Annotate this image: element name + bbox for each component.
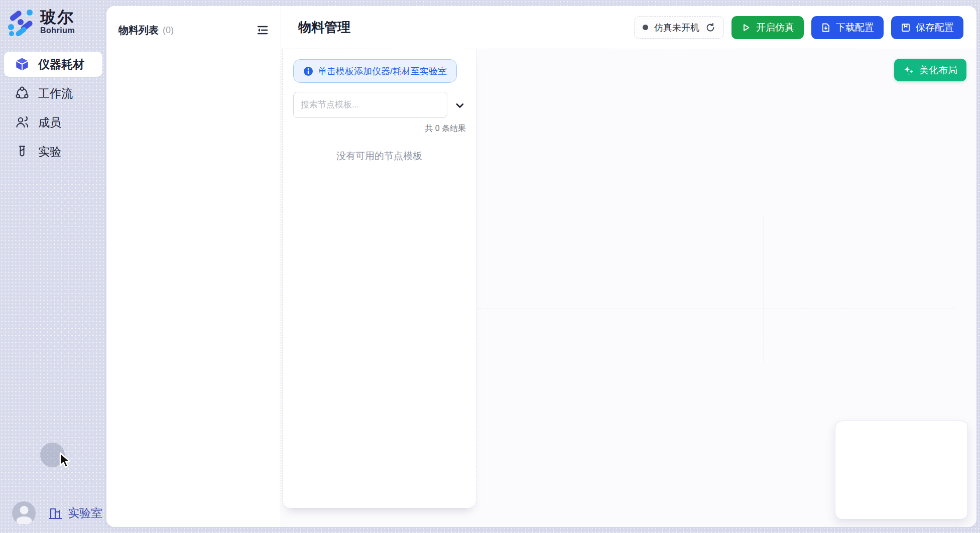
page-title: 物料管理 bbox=[298, 19, 350, 36]
material-list-count: (0) bbox=[163, 25, 174, 36]
experiment-icon bbox=[15, 145, 29, 159]
beautify-layout-button[interactable]: 美化布局 bbox=[894, 59, 966, 81]
page-header: 物料管理 仿真未开机 bbox=[281, 6, 976, 49]
sidebar-item-members[interactable]: 成员 bbox=[4, 110, 102, 135]
simulation-status-pill: 仿真未开机 bbox=[634, 16, 724, 39]
status-dot-icon bbox=[643, 25, 648, 30]
sidebar-item-label: 实验 bbox=[38, 144, 61, 160]
lab-link[interactable]: 实验室 bbox=[48, 505, 102, 521]
sidebar-item-label: 工作流 bbox=[38, 86, 73, 101]
workflow-icon bbox=[15, 86, 29, 100]
alignment-guide-horizontal bbox=[477, 309, 954, 309]
brand-name: 玻尔 bbox=[40, 9, 75, 26]
search-node-template-input[interactable] bbox=[293, 92, 447, 118]
header-actions: 仿真未开机 开启仿真 bbox=[634, 16, 963, 39]
simulation-status-text: 仿真未开机 bbox=[654, 22, 699, 34]
brand: 玻尔 Bohrium bbox=[0, 0, 106, 36]
material-list-title: 物料列表 bbox=[118, 24, 159, 37]
play-icon bbox=[741, 23, 751, 33]
save-icon bbox=[901, 23, 911, 33]
minimap-panel[interactable] bbox=[835, 421, 968, 519]
sidebar-item-experiments[interactable]: 实验 bbox=[4, 139, 102, 164]
alignment-guide-vertical bbox=[764, 215, 764, 361]
hint-text: 单击模板添加仪器/耗材至实验室 bbox=[318, 65, 447, 77]
lab-label: 实验室 bbox=[68, 505, 102, 521]
sidebar-item-label: 成员 bbox=[38, 115, 61, 130]
brand-subtitle: Bohrium bbox=[40, 26, 75, 35]
node-template-panel: 单击模板添加仪器/耗材至实验室 共 0 条结果 没有可用的节点模板 bbox=[282, 49, 476, 508]
bohrium-logo-icon bbox=[7, 8, 34, 36]
download-config-button[interactable]: 下载配置 bbox=[811, 16, 884, 39]
sidebar-item-workflow[interactable]: 工作流 bbox=[4, 81, 102, 106]
material-list-panel: 物料列表 (0) bbox=[106, 6, 281, 527]
refresh-status-button[interactable] bbox=[705, 23, 715, 33]
info-icon bbox=[303, 66, 313, 76]
search-row bbox=[293, 92, 466, 118]
save-config-button[interactable]: 保存配置 bbox=[891, 16, 963, 39]
sidebar-footer: 实验室 bbox=[0, 501, 106, 525]
start-simulation-button[interactable]: 开启仿真 bbox=[731, 16, 804, 39]
main-card: 物料列表 (0) 物料管理 仿真未开机 bbox=[106, 6, 976, 527]
material-list-header: 物料列表 (0) bbox=[106, 6, 281, 38]
sidebar-menu: 仪器耗材 工作流 成员 bbox=[0, 52, 106, 164]
hint-banner: 单击模板添加仪器/耗材至实验室 bbox=[293, 59, 457, 83]
chevron-down-icon[interactable] bbox=[453, 99, 466, 112]
building-icon bbox=[48, 506, 63, 521]
lab-canvas[interactable]: 单击模板添加仪器/耗材至实验室 共 0 条结果 没有可用的节点模板 bbox=[281, 49, 976, 527]
cube-icon bbox=[15, 57, 29, 71]
sidebar-item-instruments[interactable]: 仪器耗材 bbox=[4, 52, 102, 77]
sparkles-icon bbox=[903, 65, 914, 76]
results-count: 共 0 条结果 bbox=[425, 123, 466, 134]
main-area: 物料管理 仿真未开机 bbox=[281, 6, 976, 527]
user-avatar[interactable] bbox=[12, 501, 36, 525]
empty-templates-text: 没有可用的节点模板 bbox=[283, 150, 476, 163]
download-file-icon bbox=[821, 23, 831, 33]
collapse-panel-button[interactable] bbox=[255, 22, 271, 38]
sidebar-item-label: 仪器耗材 bbox=[38, 57, 84, 72]
members-icon bbox=[15, 115, 29, 129]
mouse-cursor bbox=[59, 452, 74, 470]
